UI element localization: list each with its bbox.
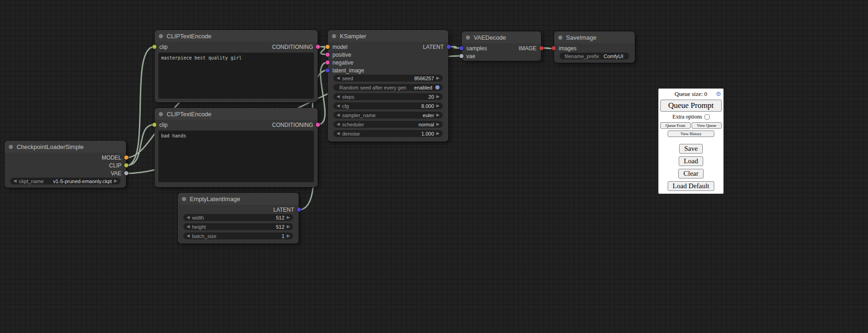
input-slot-clip[interactable]: clip bbox=[155, 122, 168, 128]
input-slot-model[interactable]: model bbox=[328, 44, 348, 50]
latent-slot-dot[interactable] bbox=[326, 68, 330, 72]
decrement-arrow-icon[interactable]: ◀ bbox=[187, 225, 190, 229]
increment-arrow-icon[interactable]: ▶ bbox=[287, 234, 290, 238]
clip-slot-dot[interactable] bbox=[152, 123, 157, 127]
view-history-button[interactable]: View History bbox=[668, 131, 714, 137]
input-slot-clip[interactable]: clip bbox=[155, 44, 168, 50]
collapse-toggle[interactable] bbox=[159, 34, 163, 38]
widget-denoise[interactable]: ◀ denoise 1.000 ▶ bbox=[333, 130, 443, 137]
node-title-bar[interactable]: KSampler bbox=[328, 30, 448, 42]
load-default-button[interactable]: Load Default bbox=[668, 181, 715, 191]
conditioning-slot-dot[interactable] bbox=[326, 60, 330, 65]
settings-gear-icon[interactable]: ⚙ bbox=[716, 91, 721, 97]
widget-sampler-name[interactable]: ◀ sampler_name euler ▶ bbox=[333, 112, 443, 119]
node-saveimage[interactable]: SaveImage images filename_prefix ComfyUI bbox=[554, 31, 635, 63]
output-slot-clip[interactable]: CLIP bbox=[109, 162, 126, 169]
widget-scheduler[interactable]: ◀ scheduler normal ▶ bbox=[333, 121, 443, 128]
output-slot-vae[interactable]: VAE bbox=[111, 170, 126, 177]
decrement-arrow-icon[interactable]: ◀ bbox=[187, 215, 190, 220]
image-slot-dot[interactable] bbox=[539, 46, 543, 50]
negative-prompt-textarea[interactable]: bad hands bbox=[158, 131, 314, 182]
clip-slot-dot[interactable] bbox=[124, 163, 128, 167]
load-button[interactable]: Load bbox=[679, 156, 703, 166]
input-slot-latent-image[interactable]: latent_image bbox=[328, 67, 364, 74]
output-slot-conditioning[interactable]: CONDITIONING bbox=[272, 122, 318, 128]
widget-steps[interactable]: ◀ steps 20 ▶ bbox=[333, 93, 443, 100]
node-emptylatentimage[interactable]: EmptyLatentImage LATENT ◀ width 512 ▶ ◀ … bbox=[178, 193, 299, 244]
queue-front-button[interactable]: Queue Front bbox=[660, 122, 691, 129]
collapse-toggle[interactable] bbox=[466, 36, 470, 40]
node-title-bar[interactable]: CLIPTextEncode bbox=[155, 108, 318, 120]
increment-arrow-icon[interactable]: ▶ bbox=[436, 113, 440, 117]
decrement-arrow-icon[interactable]: ◀ bbox=[13, 179, 17, 183]
widget-height[interactable]: ◀ height 512 ▶ bbox=[183, 223, 293, 230]
graph-canvas[interactable]: CheckpointLoaderSimple MODEL CLIP VAE bbox=[0, 0, 868, 333]
node-title-bar[interactable]: CLIPTextEncode bbox=[155, 30, 318, 42]
node-title-bar[interactable]: EmptyLatentImage bbox=[178, 193, 299, 205]
vae-slot-dot[interactable] bbox=[124, 171, 128, 175]
decrement-arrow-icon[interactable]: ◀ bbox=[337, 104, 340, 108]
collapse-toggle[interactable] bbox=[9, 145, 13, 149]
conditioning-slot-dot[interactable] bbox=[316, 45, 320, 49]
save-button[interactable]: Save bbox=[679, 144, 703, 154]
increment-arrow-icon[interactable]: ▶ bbox=[287, 215, 290, 220]
decrement-arrow-icon[interactable]: ◀ bbox=[337, 122, 340, 126]
conditioning-slot-dot[interactable] bbox=[316, 123, 320, 127]
collapse-toggle[interactable] bbox=[182, 197, 186, 201]
collapse-toggle[interactable] bbox=[159, 112, 163, 116]
widget-ckpt-name[interactable]: ◀ ckpt_name v1-5-pruned-emaonly.ckpt ▶ bbox=[10, 178, 121, 184]
latent-slot-dot[interactable] bbox=[297, 208, 301, 212]
node-vaedecode[interactable]: VAEDecode samples IMAGE vae bbox=[462, 31, 541, 61]
widget-filename-prefix[interactable]: filename_prefix ComfyUI bbox=[560, 53, 629, 59]
collapse-toggle[interactable] bbox=[558, 36, 562, 40]
input-slot-negative[interactable]: negative bbox=[328, 59, 353, 66]
decrement-arrow-icon[interactable]: ◀ bbox=[187, 234, 190, 238]
queue-prompt-button[interactable]: Queue Prompt bbox=[660, 100, 722, 112]
increment-arrow-icon[interactable]: ▶ bbox=[436, 122, 440, 126]
collapse-toggle[interactable] bbox=[332, 34, 336, 38]
latent-slot-dot[interactable] bbox=[459, 46, 464, 50]
decrement-arrow-icon[interactable]: ◀ bbox=[337, 131, 340, 136]
widget-batch-size[interactable]: ◀ batch_size 1 ▶ bbox=[183, 232, 293, 239]
increment-arrow-icon[interactable]: ▶ bbox=[436, 76, 440, 80]
input-slot-samples[interactable]: samples bbox=[462, 45, 487, 52]
widget-cfg[interactable]: ◀ cfg 8.000 ▶ bbox=[333, 102, 443, 109]
latent-slot-dot[interactable] bbox=[446, 45, 451, 49]
node-title-bar[interactable]: SaveImage bbox=[554, 31, 635, 43]
increment-arrow-icon[interactable]: ▶ bbox=[436, 95, 440, 99]
vae-slot-dot[interactable] bbox=[459, 54, 464, 58]
decrement-arrow-icon[interactable]: ◀ bbox=[337, 95, 340, 99]
decrement-arrow-icon[interactable]: ◀ bbox=[337, 76, 340, 80]
decrement-arrow-icon[interactable]: ◀ bbox=[337, 113, 340, 117]
node-cliptextencode-positive[interactable]: CLIPTextEncode clip CONDITIONING masterp… bbox=[155, 30, 318, 102]
output-slot-conditioning[interactable]: CONDITIONING bbox=[272, 44, 318, 50]
output-slot-image[interactable]: IMAGE bbox=[518, 45, 541, 52]
output-slot-latent[interactable]: LATENT bbox=[273, 207, 299, 213]
increment-arrow-icon[interactable]: ▶ bbox=[287, 225, 290, 229]
extra-options-checkbox[interactable] bbox=[705, 114, 710, 119]
clip-slot-dot[interactable] bbox=[152, 45, 157, 49]
toggle-indicator[interactable] bbox=[435, 85, 440, 89]
increment-arrow-icon[interactable]: ▶ bbox=[114, 179, 117, 183]
image-slot-dot[interactable] bbox=[552, 46, 556, 50]
model-slot-dot[interactable] bbox=[124, 155, 128, 160]
view-queue-button[interactable]: View Queue bbox=[692, 122, 722, 129]
clear-button[interactable]: Clear bbox=[678, 169, 703, 178]
widget-width[interactable]: ◀ width 512 ▶ bbox=[183, 214, 293, 221]
increment-arrow-icon[interactable]: ▶ bbox=[436, 104, 440, 108]
increment-arrow-icon[interactable]: ▶ bbox=[436, 131, 440, 136]
input-slot-vae[interactable]: vae bbox=[462, 53, 475, 59]
output-slot-latent[interactable]: LATENT bbox=[423, 44, 448, 50]
model-slot-dot[interactable] bbox=[326, 45, 330, 49]
node-title-bar[interactable]: VAEDecode bbox=[462, 31, 541, 43]
node-title-bar[interactable]: CheckpointLoaderSimple bbox=[5, 141, 126, 153]
node-cliptextencode-negative[interactable]: CLIPTextEncode clip CONDITIONING bad han… bbox=[155, 108, 318, 187]
input-slot-positive[interactable]: positive bbox=[328, 52, 351, 58]
widget-seed[interactable]: ◀ seed 8566257 ▶ bbox=[333, 75, 443, 82]
output-slot-model[interactable]: MODEL bbox=[102, 155, 126, 161]
conditioning-slot-dot[interactable] bbox=[326, 53, 330, 57]
positive-prompt-textarea[interactable]: masterpiece best quality girl bbox=[158, 53, 314, 99]
input-slot-images[interactable]: images bbox=[554, 45, 577, 52]
node-ksampler[interactable]: KSampler model LATENT positive bbox=[328, 30, 448, 142]
node-checkpointloadersimple[interactable]: CheckpointLoaderSimple MODEL CLIP VAE bbox=[5, 141, 126, 188]
